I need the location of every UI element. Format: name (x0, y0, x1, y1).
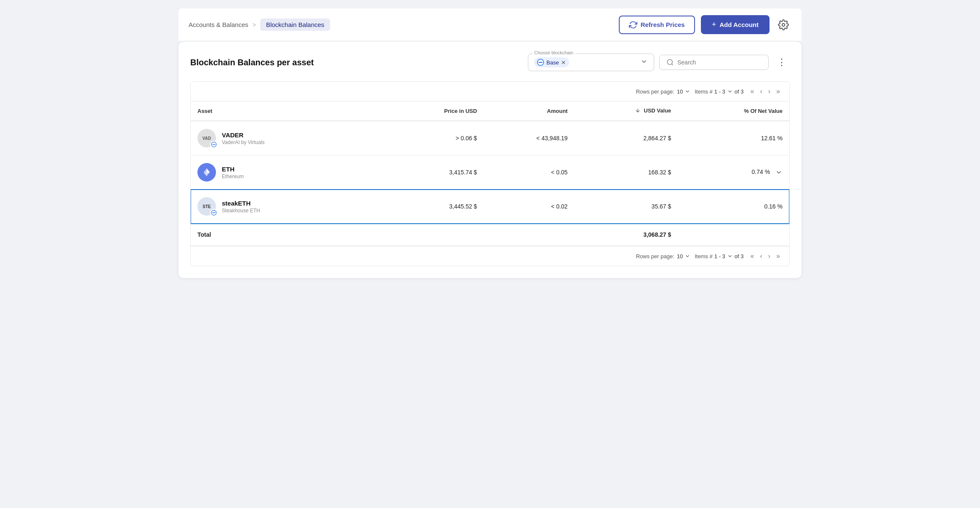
next-page-button-bottom[interactable]: › (766, 251, 773, 262)
asset-icon (197, 163, 216, 182)
rows-per-page-select-top[interactable]: 10 (677, 88, 690, 95)
col-pct-net: % Of Net Value (676, 102, 789, 121)
total-pct (676, 224, 789, 246)
col-amount: Amount (482, 102, 573, 121)
usd-value-cell: 35.67 $ (573, 190, 676, 224)
prev-page-button-bottom[interactable]: ‹ (757, 251, 764, 262)
total-usd: 3,068.27 $ (573, 224, 676, 246)
breadcrumb-separator: > (253, 21, 256, 28)
asset-table: Asset Price in USD Amount USD Value % Of… (191, 102, 789, 246)
per-page-chevron-icon-top (684, 88, 690, 94)
breadcrumb: Accounts & Balances > Blockchain Balance… (189, 19, 330, 31)
search-input[interactable] (677, 59, 762, 66)
pct-net-cell: 0.74 % (676, 155, 789, 190)
asset-cell-col: STE steakETH Steakhouse ETH (191, 190, 388, 224)
search-icon (666, 59, 674, 66)
price-cell: 3,415.74 $ (388, 155, 482, 190)
asset-info: VADER VaderAI by Virtuals (222, 131, 265, 145)
search-box (659, 55, 769, 70)
svg-point-0 (782, 23, 785, 26)
page-header: Accounts & Balances > Blockchain Balance… (178, 8, 802, 41)
col-price: Price in USD (388, 102, 482, 121)
blockchain-sub-icon (210, 141, 218, 148)
amount-cell: < 0.05 (482, 155, 573, 190)
table-row[interactable]: VAD VADER VaderAI by Virtuals > 0.06 $ <… (191, 121, 789, 155)
header-actions: Refresh Prices + Add Account (619, 15, 791, 34)
refresh-prices-button[interactable]: Refresh Prices (619, 16, 695, 34)
asset-cell-col: VAD VADER VaderAI by Virtuals (191, 121, 388, 155)
table-header-row: Asset Price in USD Amount USD Value % Of… (191, 102, 789, 121)
eth-icon (202, 168, 211, 177)
amount-cell: < 43,948.19 (482, 121, 573, 155)
card-title: Blockchain Balances per asset (190, 58, 314, 67)
refresh-icon (629, 21, 637, 29)
table-row[interactable]: STE steakETH Steakhouse ETH 3,445.52 $ <… (191, 190, 789, 224)
pagination-top: Rows per page: 10 Items # 1 - 3 of 3 « (191, 82, 789, 102)
blockchain-sub-icon (210, 209, 218, 217)
rows-per-page-top: Rows per page: 10 (636, 88, 691, 95)
rows-per-page-label-top: Rows per page: (636, 88, 674, 95)
prev-page-button-top[interactable]: ‹ (757, 86, 764, 97)
expand-row-icon[interactable] (775, 168, 783, 176)
range-select-bottom[interactable]: 1 - 3 (714, 253, 733, 259)
card-header: Blockchain Balances per asset Choose blo… (190, 53, 790, 71)
blockchain-label: Choose blockchain (533, 50, 575, 55)
price-cell: > 0.06 $ (388, 121, 482, 155)
card-controls: Choose blockchain Base ✕ (528, 53, 790, 71)
base-blockchain-icon (537, 59, 544, 66)
main-card: Blockchain Balances per asset Choose blo… (178, 42, 802, 278)
svg-point-3 (667, 59, 672, 64)
total-row: Total 3,068.27 $ (191, 224, 789, 246)
rows-per-page-select-bottom[interactable]: 10 (677, 253, 690, 259)
nav-buttons-top: « ‹ › » (748, 86, 783, 97)
items-range-top: Items # 1 - 3 of 3 (695, 88, 743, 95)
amount-cell: < 0.02 (482, 190, 573, 224)
blockchain-chip: Base ✕ (534, 57, 569, 67)
asset-name: ETH (222, 166, 244, 173)
blockchain-name: Base (546, 59, 559, 66)
settings-button[interactable] (775, 17, 791, 33)
col-asset: Asset (191, 102, 388, 121)
svg-line-4 (671, 64, 673, 65)
rows-per-page-label-bottom: Rows per page: (636, 253, 674, 259)
last-page-button-bottom[interactable]: » (774, 251, 783, 262)
more-options-button[interactable]: ⋮ (774, 55, 790, 70)
add-account-button[interactable]: + Add Account (701, 15, 770, 34)
total-label: Total (191, 224, 573, 246)
add-label: Add Account (719, 21, 759, 28)
col-usd-value: USD Value (573, 102, 676, 121)
last-page-button-top[interactable]: » (774, 86, 783, 97)
first-page-button-top[interactable]: « (748, 86, 757, 97)
asset-icon: VAD (197, 129, 216, 147)
items-range-bottom: Items # 1 - 3 of 3 (695, 253, 743, 259)
breadcrumb-parent[interactable]: Accounts & Balances (189, 21, 248, 28)
plus-icon: + (712, 20, 716, 29)
sort-down-icon (635, 107, 641, 115)
gear-icon (778, 19, 789, 30)
per-page-chevron-icon-bottom (684, 253, 690, 259)
pct-net-cell: 0.16 % (676, 190, 789, 224)
price-cell: 3,445.52 $ (388, 190, 482, 224)
blockchain-selector[interactable]: Choose blockchain Base ✕ (528, 53, 654, 71)
asset-sub: VaderAI by Virtuals (222, 139, 265, 145)
next-page-button-top[interactable]: › (766, 86, 773, 97)
asset-cell: STE steakETH Steakhouse ETH (197, 197, 383, 216)
pagination-bottom: Rows per page: 10 Items # 1 - 3 of 3 « (191, 246, 789, 266)
nav-buttons-bottom: « ‹ › » (748, 251, 783, 262)
first-page-button-bottom[interactable]: « (748, 251, 757, 262)
asset-name: VADER (222, 131, 265, 139)
refresh-label: Refresh Prices (641, 21, 685, 28)
asset-cell-col: ETH Ethereum (191, 155, 388, 190)
asset-info: steakETH Steakhouse ETH (222, 200, 260, 214)
table-row[interactable]: ETH Ethereum 3,415.74 $ < 0.05 168.32 $ … (191, 155, 789, 190)
remove-blockchain-button[interactable]: ✕ (561, 60, 566, 65)
breadcrumb-current: Blockchain Balances (260, 19, 330, 31)
asset-info: ETH Ethereum (222, 166, 244, 179)
asset-cell: VAD VADER VaderAI by Virtuals (197, 129, 383, 147)
range-chevron-icon-bottom (727, 253, 733, 259)
asset-sub: Steakhouse ETH (222, 208, 260, 214)
range-select-top[interactable]: 1 - 3 (714, 88, 733, 95)
range-chevron-icon-top (727, 88, 733, 94)
asset-name: steakETH (222, 200, 260, 207)
usd-value-cell: 2,864.27 $ (573, 121, 676, 155)
